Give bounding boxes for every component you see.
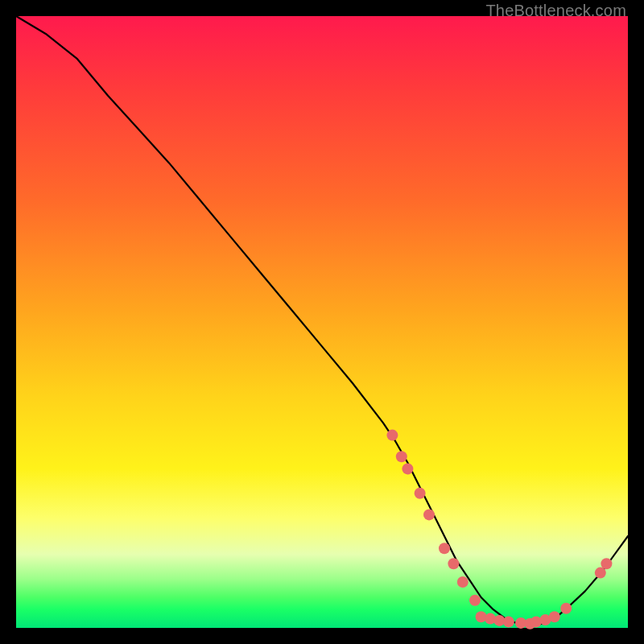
chart-point [469,595,481,606]
chart-svg [16,16,628,628]
chart-point [595,568,606,579]
chart-point [402,463,413,474]
chart-point [601,558,612,569]
chart-point [503,616,514,627]
chart-point [415,488,426,499]
chart-point [448,558,459,569]
chart-point [396,451,407,462]
chart-point [439,543,450,554]
chart-frame: TheBottleneck.com [0,0,644,644]
chart-point [560,603,572,614]
chart-point [423,509,435,520]
chart-point [549,611,560,622]
chart-line [16,16,628,626]
chart-point [386,430,398,441]
chart-points [386,430,612,630]
chart-point [457,576,469,588]
watermark-text: TheBottleneck.com [485,2,626,20]
chart-plot-area [16,16,628,628]
